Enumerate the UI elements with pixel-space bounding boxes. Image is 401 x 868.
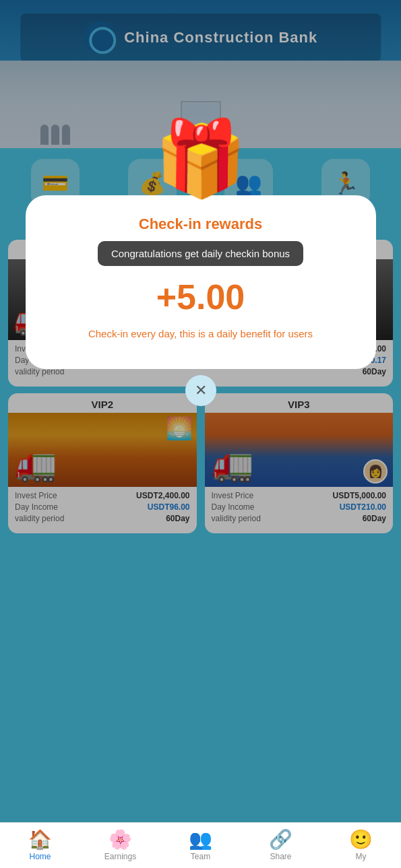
nav-earnings[interactable]: 🌸 Earnings xyxy=(100,828,141,861)
nav-my-label: My xyxy=(356,852,367,861)
modal-tooltip: Congratulations get daily checkin bonus xyxy=(98,241,303,266)
modal-amount: +5.00 xyxy=(46,277,356,317)
bottom-nav: 🏠 Home 🌸 Earnings 👥 Team 🔗 Share 🙂 My xyxy=(0,822,401,868)
my-icon: 🙂 xyxy=(349,828,373,850)
modal-overlay: 🎁 Check-in rewards Congratulations get d… xyxy=(0,0,401,868)
nav-share[interactable]: 🔗 Share xyxy=(261,828,301,861)
nav-home[interactable]: 🏠 Home xyxy=(20,828,61,861)
nav-my[interactable]: 🙂 My xyxy=(341,828,381,861)
modal-title: Check-in rewards xyxy=(46,215,356,233)
nav-share-label: Share xyxy=(270,852,291,861)
nav-home-label: Home xyxy=(29,852,51,861)
modal-close-button[interactable]: ✕ xyxy=(185,375,216,406)
nav-team-label: Team xyxy=(191,852,210,861)
team-icon: 👥 xyxy=(189,828,212,850)
modal-description: Check-in every day, this is a daily bene… xyxy=(46,327,356,342)
checkin-modal: 🎁 Check-in rewards Congratulations get d… xyxy=(26,195,376,369)
share-icon: 🔗 xyxy=(269,828,292,850)
nav-team[interactable]: 👥 Team xyxy=(181,828,221,861)
nav-earnings-label: Earnings xyxy=(104,852,136,861)
home-icon: 🏠 xyxy=(28,828,52,850)
earnings-icon: 🌸 xyxy=(109,828,132,850)
gift-icon: 🎁 xyxy=(154,121,247,195)
